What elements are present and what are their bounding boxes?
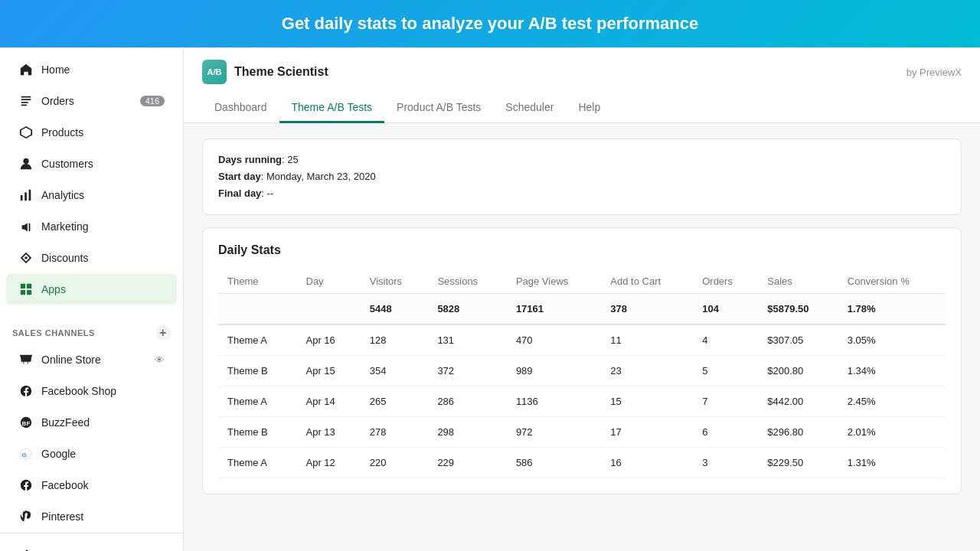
row-pageviews: 1136 <box>507 386 601 417</box>
final-day-value: -- <box>267 187 274 199</box>
sidebar-item-buzzfeed[interactable]: BF BuzzFeed <box>6 407 177 438</box>
sidebar-item-online-store[interactable]: Online Store 👁 <box>6 344 177 375</box>
tab-dashboard[interactable]: Dashboard <box>202 93 279 123</box>
svg-text:BF: BF <box>22 420 31 427</box>
row-conversion: 1.34% <box>838 356 946 386</box>
row-sessions: 131 <box>428 324 507 356</box>
row-conversion: 3.05% <box>838 324 946 356</box>
stats-title: Daily Stats <box>218 243 946 257</box>
tab-product-ab-tests[interactable]: Product A/B Tests <box>384 93 493 123</box>
sidebar-item-orders-label: Orders <box>41 95 74 107</box>
svg-text:G: G <box>22 452 27 458</box>
row-addtocart: 11 <box>601 324 693 356</box>
row-sessions: 229 <box>428 448 507 478</box>
row-sales: $296.80 <box>758 417 838 448</box>
google-icon: G <box>18 446 34 461</box>
svg-rect-8 <box>27 290 31 295</box>
row-addtocart: 16 <box>601 448 693 478</box>
totals-theme <box>218 294 297 325</box>
totals-visitors: 5448 <box>361 294 429 325</box>
sidebar-item-analytics[interactable]: Analytics <box>6 180 177 210</box>
col-conversion: Conversion % <box>838 269 946 294</box>
app-title: Theme Scientist <box>234 65 328 79</box>
table-row: Theme B Apr 15 354 372 989 23 5 $200.80 … <box>218 356 946 386</box>
col-sessions: Sessions <box>428 269 507 294</box>
sidebar-item-customers[interactable]: Customers <box>6 148 177 179</box>
table-row: Theme A Apr 16 128 131 470 11 4 $307.05 … <box>218 324 946 356</box>
totals-pageviews: 17161 <box>507 294 601 325</box>
row-day: Apr 13 <box>297 417 361 448</box>
app-header: A/B Theme Scientist by PreviewX Dashboar… <box>184 47 980 123</box>
stats-tbody: 5448 5828 17161 378 104 $5879.50 1.78% T… <box>218 294 946 478</box>
row-sales: $229.50 <box>758 448 838 478</box>
totals-day <box>297 294 361 325</box>
sidebar-item-discounts[interactable]: Discounts <box>6 243 177 273</box>
col-pageviews: Page Views <box>507 269 601 294</box>
days-running-label: Days running <box>218 154 282 165</box>
app-by-text: by PreviewX <box>906 67 962 78</box>
row-sessions: 372 <box>428 356 507 386</box>
sidebar-item-marketing[interactable]: Marketing <box>6 211 177 242</box>
buzzfeed-icon: BF <box>18 415 34 430</box>
row-orders: 5 <box>693 356 758 386</box>
sidebar-item-apps[interactable]: Apps <box>6 274 177 305</box>
sidebar-item-marketing-label: Marketing <box>41 220 88 233</box>
row-sales: $442.00 <box>758 386 838 417</box>
row-theme: Theme A <box>218 324 297 356</box>
orders-badge: 416 <box>140 96 165 106</box>
svg-rect-6 <box>27 284 31 289</box>
discounts-icon <box>18 250 34 266</box>
sidebar-item-home-label: Home <box>41 64 70 76</box>
app-title-left: A/B Theme Scientist <box>202 60 328 84</box>
sidebar-item-products[interactable]: Products <box>6 117 177 148</box>
stats-card: Daily Stats Theme Day Visitors Sessions … <box>202 227 962 494</box>
tab-theme-ab-tests[interactable]: Theme A/B Tests <box>279 93 385 123</box>
row-orders: 7 <box>693 386 758 417</box>
row-pageviews: 586 <box>507 448 601 478</box>
add-sales-channel-button[interactable]: + <box>155 325 171 341</box>
sidebar-item-products-label: Products <box>41 126 83 139</box>
app-title-row: A/B Theme Scientist by PreviewX <box>202 60 962 84</box>
totals-orders: 104 <box>693 294 758 325</box>
app-logo: A/B <box>202 60 227 84</box>
sidebar-item-settings[interactable]: Settings <box>6 540 177 551</box>
svg-rect-3 <box>29 190 31 201</box>
row-sessions: 298 <box>428 417 507 448</box>
table-row: Theme A Apr 12 220 229 586 16 3 $229.50 … <box>218 448 946 478</box>
final-day-row: Final day: -- <box>218 185 946 202</box>
eye-icon[interactable]: 👁 <box>155 354 165 366</box>
row-theme: Theme A <box>218 386 297 417</box>
col-day: Day <box>297 269 361 294</box>
sidebar-item-google[interactable]: G Google <box>6 439 177 469</box>
apps-icon <box>18 282 34 297</box>
col-visitors: Visitors <box>361 269 429 294</box>
row-visitors: 354 <box>361 356 429 386</box>
online-store-label: Online Store <box>41 354 101 366</box>
tabs-bar: Dashboard Theme A/B Tests Product A/B Te… <box>202 93 962 122</box>
analytics-icon <box>18 187 34 203</box>
row-sessions: 286 <box>428 386 507 417</box>
svg-rect-1 <box>21 195 23 201</box>
row-addtocart: 23 <box>601 356 693 386</box>
tab-scheduler[interactable]: Scheduler <box>493 93 566 123</box>
sidebar-item-orders[interactable]: Orders 416 <box>6 86 177 116</box>
svg-point-4 <box>24 256 28 259</box>
row-sales: $200.80 <box>758 356 838 386</box>
facebook-label: Facebook <box>41 479 88 491</box>
row-pageviews: 470 <box>507 324 601 356</box>
sidebar-item-pinterest[interactable]: Pinterest <box>6 501 177 532</box>
days-running-value: 25 <box>287 154 298 165</box>
row-visitors: 220 <box>361 448 429 478</box>
sidebar-nav: Home Orders 416 Products Customers <box>0 47 183 311</box>
sidebar-item-facebook-shop[interactable]: Facebook Shop <box>6 376 177 406</box>
totals-sales: $5879.50 <box>758 294 838 325</box>
banner-text: Get daily stats to analyze your A/B test… <box>282 14 698 33</box>
content-body: Days running: 25 Start day: Monday, Marc… <box>184 123 980 551</box>
table-row: Theme B Apr 13 278 298 972 17 6 $296.80 … <box>218 417 946 448</box>
row-pageviews: 989 <box>507 356 601 386</box>
facebook-icon <box>18 478 34 493</box>
sidebar-item-facebook[interactable]: Facebook <box>6 470 177 500</box>
tab-help[interactable]: Help <box>566 93 612 123</box>
pinterest-label: Pinterest <box>41 510 83 523</box>
sidebar-item-home[interactable]: Home <box>6 54 177 85</box>
